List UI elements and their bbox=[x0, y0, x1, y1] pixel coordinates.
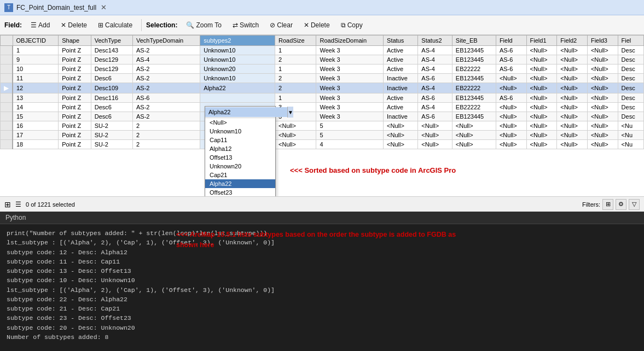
cell-4-9: EB22222 bbox=[452, 83, 496, 93]
switch-button[interactable]: ⇄ Switch bbox=[228, 19, 263, 31]
cell-9-2: SU-2 bbox=[91, 131, 132, 140]
zoom-to-button[interactable]: 🔍 Zoom To bbox=[182, 19, 225, 31]
cell-4-11: <Null> bbox=[526, 83, 557, 93]
cell-10-5: <Null> bbox=[275, 140, 316, 149]
add-button[interactable]: ☰ Add bbox=[26, 19, 54, 31]
dropdown-arrow[interactable]: ▼ bbox=[287, 107, 293, 118]
cell-5-0: 13 bbox=[13, 93, 59, 103]
cell-4-4: Alpha22 bbox=[200, 83, 275, 93]
delete-button[interactable]: ✕ Delete bbox=[56, 19, 91, 31]
cell-7-14: Desc bbox=[618, 112, 643, 121]
table-row[interactable]: 1Point ZDesc143AS-2Unknown101Week 3Activ… bbox=[1, 46, 644, 55]
table-row[interactable]: 15Point ZDesc6AS-23Week 3InactiveAS-6EB1… bbox=[1, 112, 644, 121]
dropdown-item[interactable]: Unknown20 bbox=[205, 162, 275, 171]
cell-9-12: <Null> bbox=[557, 131, 588, 140]
dropdown-input[interactable] bbox=[205, 107, 287, 117]
cell-4-13: <Null> bbox=[587, 83, 618, 93]
cell-9-6: 5 bbox=[316, 131, 384, 140]
cell-2-4: Unknown20 bbox=[200, 65, 275, 74]
dropdown-item[interactable]: Cap21 bbox=[205, 171, 275, 179]
cell-8-13: <Null> bbox=[587, 121, 618, 131]
table-row[interactable]: 13Point ZDesc116AS-61Week 3ActiveAS-6EB1… bbox=[1, 93, 644, 103]
col-header-6: RoadSize bbox=[275, 36, 316, 46]
delete-sel-icon: ✕ bbox=[304, 21, 309, 29]
dropdown-item[interactable]: Alpha22 bbox=[205, 179, 275, 188]
cell-9-3: 2 bbox=[132, 131, 200, 140]
cell-5-4 bbox=[200, 93, 275, 103]
dropdown-input-row: ▼ bbox=[205, 107, 275, 118]
col-header-5: subtypes2 bbox=[200, 36, 275, 46]
cell-6-8: AS-4 bbox=[418, 103, 452, 112]
python-line-10: subtype code: 20 - Desc: Unknown20 bbox=[7, 323, 275, 332]
table-row[interactable]: 18Point ZSU-22<Null>4<Null><Null><Null><… bbox=[1, 140, 644, 149]
data-table: OBJECTIDShapeVechTypeVechTypeDomainsubty… bbox=[0, 35, 644, 149]
dropdown-container: ▼ <Null>Unknown10Cap11Alpha12Offset13Unk… bbox=[205, 106, 276, 196]
python-line-9: subtype code: 23 - Desc: Offset23 bbox=[7, 313, 275, 323]
cell-3-9: EB123445 bbox=[452, 74, 496, 83]
cell-9-5: <Null> bbox=[275, 131, 316, 140]
zoom-icon: 🔍 bbox=[186, 21, 194, 29]
cell-1-3: AS-4 bbox=[132, 55, 200, 65]
dropdown-item[interactable]: Cap11 bbox=[205, 136, 275, 144]
cell-0-2: Desc143 bbox=[91, 46, 132, 55]
cell-9-13: <Null> bbox=[587, 131, 618, 140]
cell-4-7: Inactive bbox=[384, 83, 418, 93]
cell-0-12: <Null> bbox=[557, 46, 588, 55]
filter-btn-2[interactable]: ⚙ bbox=[616, 199, 626, 210]
cell-3-7: Inactive bbox=[384, 74, 418, 83]
table-row[interactable]: 10Point ZDesc129AS-2Unknown201Week 3Acti… bbox=[1, 65, 644, 74]
delete-sel-button[interactable]: ✕ Delete bbox=[299, 19, 334, 31]
cell-5-11: <Null> bbox=[526, 93, 557, 103]
dropdown-item[interactable]: Offset13 bbox=[205, 153, 275, 162]
dropdown-item[interactable]: Offset23 bbox=[205, 188, 275, 196]
cell-5-10: AS-6 bbox=[496, 93, 526, 103]
cell-9-11: <Null> bbox=[526, 131, 557, 140]
cell-2-9: EB22222 bbox=[452, 65, 496, 74]
row-indicator bbox=[1, 93, 13, 103]
row-indicator bbox=[1, 140, 13, 149]
dropdown-list[interactable]: <Null>Unknown10Cap11Alpha12Offset13Unkno… bbox=[205, 118, 275, 196]
filter-btn-3[interactable]: ▽ bbox=[629, 199, 640, 210]
cell-9-10: <Null> bbox=[496, 131, 526, 140]
col-header-7: RoadSizeDomain bbox=[316, 36, 384, 46]
copy-button[interactable]: ⧉ Copy bbox=[336, 19, 367, 31]
python-body[interactable]: print("Number of subtypes added: " + str… bbox=[0, 224, 644, 348]
status-icons: Filters: ⊞ ⚙ ▽ bbox=[582, 199, 640, 210]
dropdown-item[interactable]: <Null> bbox=[205, 118, 275, 127]
cell-9-7: <Null> bbox=[384, 131, 418, 140]
cell-9-1: Point Z bbox=[59, 131, 91, 140]
cell-5-1: Point Z bbox=[59, 93, 91, 103]
cell-7-11: <Null> bbox=[526, 112, 557, 121]
cell-0-8: AS-4 bbox=[418, 46, 452, 55]
cell-7-10: <Null> bbox=[496, 112, 526, 121]
python-header: Python bbox=[0, 212, 644, 224]
cell-0-5: 1 bbox=[275, 46, 316, 55]
table-row[interactable]: 17Point ZSU-22<Null>5<Null><Null><Null><… bbox=[1, 131, 644, 140]
cell-0-1: Point Z bbox=[59, 46, 91, 55]
table-row[interactable]: 9Point ZDesc129AS-4Unknown102Week 3Activ… bbox=[1, 55, 644, 65]
col-header-0 bbox=[1, 36, 13, 46]
cell-5-13: <Null> bbox=[587, 93, 618, 103]
cell-8-5: <Null> bbox=[275, 121, 316, 131]
cell-2-12: <Null> bbox=[557, 65, 588, 74]
cell-0-7: Active bbox=[384, 46, 418, 55]
dropdown-item[interactable]: Unknown10 bbox=[205, 127, 275, 136]
table-row[interactable]: ▶12Point ZDesc109AS-2Alpha222Week 3Inact… bbox=[1, 83, 644, 93]
table-row[interactable]: 11Point ZDesc6AS-2Unknown102Week 3Inacti… bbox=[1, 74, 644, 83]
cell-2-5: 1 bbox=[275, 65, 316, 74]
cell-2-1: Point Z bbox=[59, 65, 91, 74]
dropdown-item[interactable]: Alpha12 bbox=[205, 144, 275, 153]
cell-7-2: Desc6 bbox=[91, 112, 132, 121]
table-scroll[interactable]: OBJECTIDShapeVechTypeVechTypeDomainsubty… bbox=[0, 35, 644, 196]
cell-5-12: <Null> bbox=[557, 93, 588, 103]
calculate-button[interactable]: ⊞ Calculate bbox=[94, 19, 137, 31]
filter-btn-1[interactable]: ⊞ bbox=[602, 199, 613, 210]
close-button[interactable]: ✕ bbox=[101, 3, 107, 11]
cell-2-13: <Null> bbox=[587, 65, 618, 74]
clear-button[interactable]: ⊘ Clear bbox=[265, 19, 297, 31]
table-row[interactable]: 16Point ZSU-22<Null>5<Null><Null><Null><… bbox=[1, 121, 644, 131]
cell-4-10: <Null> bbox=[496, 83, 526, 93]
table-row[interactable]: 14Point ZDesc6AS-23Week 3ActiveAS-4EB222… bbox=[1, 103, 644, 112]
cell-10-7: <Null> bbox=[384, 140, 418, 149]
status-bar: ⊞ ☰ 0 of 1221 selected Filters: ⊞ ⚙ ▽ bbox=[0, 196, 644, 212]
